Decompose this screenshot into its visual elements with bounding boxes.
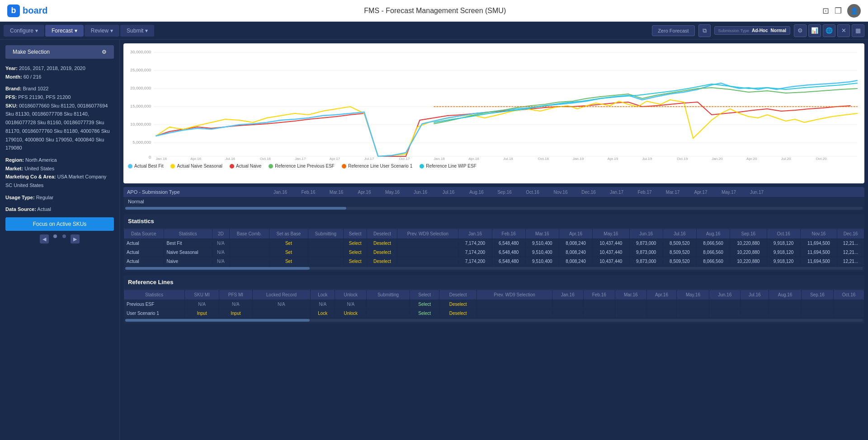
next-page-button[interactable]: ▶ bbox=[71, 234, 80, 243]
ref-submitting-1 bbox=[366, 309, 410, 318]
ref-lock-1[interactable]: Lock bbox=[310, 309, 335, 318]
brand-value: Brand 1022 bbox=[23, 86, 49, 91]
main-content: Make Selection ⚙ Year: 2016, 2017, 2018,… bbox=[0, 40, 868, 440]
copy-button[interactable]: ⧉ bbox=[698, 24, 711, 37]
right-panel: 30,000,000 25,000,000 20,000,000 15,000,… bbox=[120, 40, 868, 440]
chart-icon[interactable]: 📊 bbox=[808, 24, 821, 37]
sidebar-info: Year: 2016, 2017, 2018, 2019, 2020 Month… bbox=[5, 64, 114, 214]
ref-col-submitting: Submitting bbox=[366, 290, 410, 300]
ref-unlock-1[interactable]: Unlock bbox=[335, 309, 367, 318]
apo-scrollbar[interactable] bbox=[125, 207, 863, 210]
svg-text:Jul.20: Jul.20 bbox=[781, 157, 791, 161]
col-submitting: Submitting bbox=[308, 229, 344, 239]
ref-col-sku-mi: SKU MI bbox=[185, 290, 219, 300]
ref-sep-1 bbox=[801, 309, 833, 318]
tool-icon[interactable]: ✕ bbox=[837, 24, 850, 37]
focus-active-skus-button[interactable]: Focus on Active SKUs bbox=[5, 217, 114, 231]
svg-text:Jan.20: Jan.20 bbox=[712, 157, 723, 161]
usage-label: Usage Type: bbox=[5, 195, 35, 200]
ref-col-jul16: Jul.16 bbox=[741, 290, 769, 300]
nav-review[interactable]: Review ▾ bbox=[85, 25, 119, 37]
stats-oct-2: 9,918,120 bbox=[767, 257, 800, 266]
avatar[interactable]: 👤 bbox=[847, 4, 861, 18]
ref-deselect-1[interactable]: Deselect bbox=[439, 309, 477, 318]
svg-text:Apr.20: Apr.20 bbox=[746, 157, 757, 161]
ref-col-apr16: Apr.16 bbox=[646, 290, 677, 300]
stats-prev-0 bbox=[397, 239, 458, 248]
apo-month-mar17: Mar.17 bbox=[659, 190, 687, 195]
ref-select-0[interactable]: Select bbox=[410, 300, 439, 309]
stats-sep-2: 10,220,880 bbox=[730, 257, 767, 266]
apo-month-jan17: Jan.17 bbox=[603, 190, 631, 195]
col-may16: May.16 bbox=[593, 229, 629, 239]
stats-deselect-1[interactable]: Deselect bbox=[367, 248, 397, 257]
statistics-table: Data Source Statistics 2D Base Comb. Set… bbox=[123, 229, 864, 266]
marketing-label: Marketing Co & Area: bbox=[5, 174, 56, 179]
stats-apr-0: 8,008,240 bbox=[559, 239, 592, 248]
stats-submitting-0 bbox=[308, 239, 344, 248]
stats-scrollbar[interactable] bbox=[125, 267, 863, 270]
sidebar: Make Selection ⚙ Year: 2016, 2017, 2018,… bbox=[0, 40, 120, 440]
legend-naive-seasonal: Actual Naive Seasonal bbox=[170, 164, 222, 169]
ref-sku-mi-0: N/A bbox=[185, 300, 219, 309]
stats-select-0[interactable]: Select bbox=[343, 239, 367, 248]
ref-statistics-1: User Scenario 1 bbox=[124, 309, 185, 318]
usage-value: Regular bbox=[36, 195, 54, 200]
col-jul16: Jul.16 bbox=[663, 229, 696, 239]
stats-select-1[interactable]: Select bbox=[343, 248, 367, 257]
nav-configure[interactable]: Configure ▾ bbox=[4, 25, 44, 37]
apo-month-dec16: Dec.16 bbox=[575, 190, 603, 195]
stats-jun-2: 9,873,000 bbox=[629, 257, 663, 266]
stats-jul-2: 8,509,520 bbox=[663, 257, 696, 266]
stats-feb-2: 6,548,480 bbox=[492, 257, 525, 266]
stats-set-0[interactable]: Set bbox=[269, 239, 308, 248]
prev-page-button[interactable]: ◀ bbox=[40, 234, 49, 243]
stats-deselect-0[interactable]: Deselect bbox=[367, 239, 397, 248]
stats-deselect-2[interactable]: Deselect bbox=[367, 257, 397, 266]
col-nov16: Nov.16 bbox=[800, 229, 837, 239]
svg-text:Jan.16: Jan.16 bbox=[156, 157, 167, 161]
globe-icon[interactable]: 🌐 bbox=[823, 24, 835, 37]
ref-col-prev-wd9: Prev. WD9 Selection bbox=[477, 290, 552, 300]
nav-forecast[interactable]: Forecast ▾ bbox=[45, 25, 84, 37]
ref-select-1[interactable]: Select bbox=[410, 309, 439, 318]
settings-icon[interactable]: ⚙ bbox=[794, 24, 807, 37]
svg-text:Apr.17: Apr.17 bbox=[330, 157, 340, 161]
svg-text:Apr.19: Apr.19 bbox=[608, 157, 618, 161]
ref-prev-0 bbox=[477, 300, 552, 309]
ref-scrollbar[interactable] bbox=[125, 319, 863, 322]
ref-col-statistics: Statistics bbox=[124, 290, 185, 300]
stats-2d-0: N/A bbox=[212, 239, 229, 248]
stats-aug-2: 8,066,560 bbox=[696, 257, 730, 266]
filter-icon: ⚙ bbox=[102, 49, 107, 55]
nav-tool-icons: ⚙ 📊 🌐 ✕ ▦ bbox=[794, 24, 864, 37]
stats-nov-0: 11,694,500 bbox=[800, 239, 837, 248]
grid-icon[interactable]: ▦ bbox=[852, 24, 864, 37]
ref-locked-0: N/A bbox=[252, 300, 310, 309]
market-label: Market: bbox=[5, 166, 23, 171]
make-selection-button[interactable]: Make Selection ⚙ bbox=[5, 45, 114, 59]
nav-submit[interactable]: Submit ▾ bbox=[120, 25, 154, 37]
zero-forecast-button[interactable]: Zero Forecast bbox=[652, 25, 694, 36]
stats-dec-1: 12,21... bbox=[837, 248, 864, 257]
col-sep16: Sep.16 bbox=[730, 229, 767, 239]
legend-reference-prev-esf: Reference Line Previous ESF bbox=[269, 164, 335, 169]
apo-month-mar16: Mar.16 bbox=[322, 190, 350, 195]
submission-type-value1: Ad-Hoc bbox=[752, 28, 768, 33]
legend-dot-ref-prev-esf bbox=[269, 164, 273, 169]
svg-text:Jul.16: Jul.16 bbox=[225, 157, 235, 161]
col-jan16: Jan.16 bbox=[458, 229, 492, 239]
stats-set-1[interactable]: Set bbox=[269, 248, 308, 257]
screen-icon[interactable]: ⊡ bbox=[822, 6, 829, 16]
stats-may-0: 10,437,440 bbox=[593, 239, 629, 248]
ref-deselect-0[interactable]: Deselect bbox=[439, 300, 477, 309]
window-icon[interactable]: ❐ bbox=[835, 6, 842, 16]
col-oct16: Oct.16 bbox=[767, 229, 800, 239]
stats-set-2[interactable]: Set bbox=[269, 257, 308, 266]
stats-may-2: 10,437,440 bbox=[593, 257, 629, 266]
svg-text:25,000,000: 25,000,000 bbox=[130, 68, 151, 72]
chevron-down-icon: ▾ bbox=[75, 28, 77, 34]
col-2d: 2D bbox=[212, 229, 229, 239]
ref-row-0: Previous ESF N/A N/A N/A N/A N/A Select … bbox=[124, 300, 864, 309]
stats-select-2[interactable]: Select bbox=[343, 257, 367, 266]
